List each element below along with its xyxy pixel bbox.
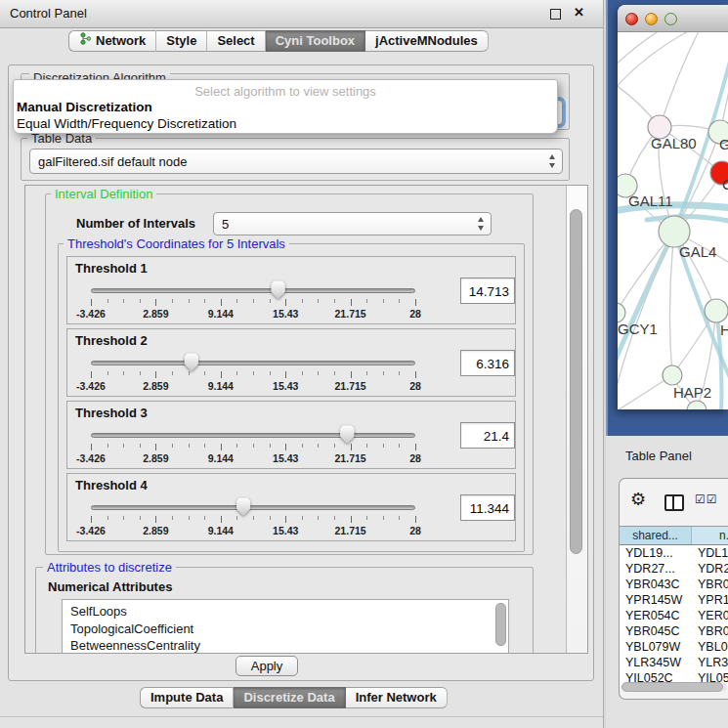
network-node-hap2[interactable] — [663, 365, 682, 385]
cell-shared-name: YDL19... — [625, 545, 673, 561]
combo-stepper-icon — [547, 153, 558, 169]
window-title: Control Panel — [10, 6, 87, 21]
slider-thumb[interactable] — [340, 425, 355, 444]
threshold-label: Threshold 1 — [75, 261, 148, 276]
slider-tick-label: 28 — [409, 525, 421, 536]
threshold-slider[interactable]: -3.4262.8599.14415.4321.71528 — [91, 282, 415, 321]
table-row[interactable]: YDR27...YDR27... — [620, 561, 728, 577]
settings-gear-icon[interactable]: ⚙ — [630, 491, 646, 508]
close-icon[interactable]: ✕ — [574, 5, 584, 20]
list-item[interactable]: BetweennessCentrality — [63, 637, 508, 654]
network-node-label: GAL11 — [628, 193, 673, 209]
slider-thumb[interactable] — [184, 353, 198, 371]
network-desktop-background: GAL80GCGAL11GAL4GCY1HHAP2 — [606, 0, 728, 436]
column-header-shared-name[interactable]: shared... — [620, 527, 692, 544]
table-header: shared... n... — [620, 526, 728, 545]
network-node-label: C — [722, 176, 728, 193]
number-of-intervals-combobox[interactable]: 5 — [213, 212, 492, 236]
network-node-label: GCY1 — [618, 321, 658, 337]
threshold-slider[interactable]: -3.4262.8599.14415.4321.71528 — [91, 499, 415, 538]
list-item[interactable]: SelfLoops — [63, 603, 508, 621]
tab-label: Infer Network — [356, 688, 437, 707]
minimize-traffic-light-icon[interactable] — [645, 13, 658, 25]
threshold-value-field[interactable]: 21.4 — [460, 422, 515, 449]
tab-impute-data[interactable]: Impute Data — [140, 687, 234, 708]
table-row[interactable]: YER054CYER054C — [620, 608, 728, 623]
select-columns-icon[interactable] — [664, 494, 684, 511]
control-panel-window: Control Panel ✕ NetworkStyleSelectCyni T… — [0, 0, 604, 728]
cell-shared-name: YDR27... — [625, 561, 675, 577]
threshold-value-field[interactable]: 6.316 — [460, 350, 515, 376]
network-node-gcy1[interactable] — [618, 303, 625, 322]
bottom-tab-bar: Impute DataDiscretize DataInfer Network — [140, 687, 448, 708]
settings-scrollbar[interactable] — [566, 186, 587, 653]
slider-tick-label: -3.426 — [76, 452, 106, 464]
table-rows: YDL19...YDL19...YDR27...YDR27...YBR043CY… — [620, 545, 728, 686]
slider-tick-label: 9.144 — [208, 452, 234, 464]
threshold-panel: Threshold 2-3.4262.8599.14415.4321.71528… — [66, 328, 516, 397]
screen: Control Panel ✕ NetworkStyleSelectCyni T… — [0, 0, 728, 728]
table-data-selected-value: galFiltered.sif default node — [38, 154, 187, 169]
network-canvas[interactable]: GAL80GCGAL11GAL4GCY1HHAP2 — [618, 32, 728, 409]
slider-tick-label: 2.859 — [143, 525, 168, 536]
algorithm-option-manual-discretization[interactable]: Manual Discretization — [14, 99, 557, 115]
column-header-name[interactable]: n... — [692, 527, 728, 544]
table-row[interactable]: YPR145WYPR145W — [620, 592, 728, 608]
threshold-slider[interactable]: -3.4262.8599.14415.4321.71528 — [91, 355, 415, 394]
algorithm-option-equal-width-frequency-discretization[interactable]: Equal Width/Frequency Discretization — [14, 115, 557, 132]
threshold-value-field[interactable]: 14.713 — [460, 278, 515, 304]
combo-stepper-icon — [476, 216, 487, 232]
table-row[interactable]: YDL19...YDL19... — [620, 545, 728, 561]
algorithm-dropdown-prompt: Select algorithm to view settings — [14, 80, 557, 99]
slider-tick-label: -3.426 — [76, 380, 106, 392]
show-columns-checkboxes-icon[interactable]: ☑☑ — [695, 492, 718, 506]
thresholds-group-title: Threshold's Coordinates for 5 Intervals — [64, 236, 289, 251]
close-traffic-light-icon[interactable] — [625, 13, 638, 25]
table-horizontal-scrollbar-thumb[interactable] — [621, 682, 723, 692]
cell-name: YPR145W — [698, 592, 728, 608]
network-window-titlebar[interactable] — [618, 5, 728, 32]
tab-jactivemnodules[interactable]: jActiveMNodules — [365, 30, 489, 52]
tab-infer-network[interactable]: Infer Network — [346, 687, 448, 708]
network-edge — [669, 232, 674, 375]
slider-tick-label: 9.144 — [208, 380, 234, 392]
threshold-value-field[interactable]: 11.344 — [460, 494, 515, 521]
table-panel-title: Table Panel — [625, 449, 692, 463]
zoom-traffic-light-icon[interactable] — [664, 13, 677, 25]
slider-tick-label: 15.43 — [273, 452, 298, 464]
slider-tick-label: 21.715 — [335, 380, 366, 392]
table-data-group: Table Data galFiltered.sif default node — [21, 138, 570, 181]
network-node-label: G — [719, 136, 728, 152]
settings-scrollbar-thumb[interactable] — [570, 209, 582, 554]
tab-style[interactable]: Style — [156, 30, 207, 52]
tab-network[interactable]: Network — [68, 30, 156, 52]
table-horizontal-scrollbar[interactable] — [621, 682, 727, 692]
cell-name: YBR043C — [698, 577, 728, 592]
table-row[interactable]: YLR345WYLR345W — [620, 655, 728, 670]
slider-tick-label: 15.43 — [273, 308, 298, 320]
attributes-group: Attributes to discretize Numerical Attri… — [35, 567, 534, 654]
top-tab-bar: NetworkStyleSelectCyni ToolboxjActiveMNo… — [68, 30, 489, 52]
apply-button[interactable]: Apply — [236, 656, 298, 676]
network-node-h[interactable] — [705, 299, 728, 322]
table-row[interactable]: YBR043CYBR043C — [620, 577, 728, 592]
slider-thumb[interactable] — [236, 497, 251, 516]
cell-shared-name: YBR045C — [625, 623, 680, 639]
list-item[interactable]: TopologicalCoefficient — [63, 621, 508, 638]
threshold-slider[interactable]: -3.4262.8599.14415.4321.71528 — [91, 427, 415, 466]
table-row[interactable]: YBR045CYBR045C — [620, 623, 728, 639]
table-row[interactable]: YBL079WYBL079W — [620, 639, 728, 655]
list-scrollbar[interactable] — [495, 603, 506, 646]
numerical-attributes-list[interactable]: SelfLoopsTopologicalCoefficientBetweenne… — [62, 599, 509, 654]
tab-cyni-toolbox[interactable]: Cyni Toolbox — [266, 30, 365, 52]
slider-tick-label: 2.859 — [143, 452, 168, 464]
threshold-panel: Threshold 4-3.4262.8599.14415.4321.71528… — [66, 473, 516, 541]
slider-thumb[interactable] — [271, 280, 285, 299]
tab-discretize-data[interactable]: Discretize Data — [234, 687, 345, 708]
float-window-icon[interactable] — [550, 9, 561, 20]
tab-select[interactable]: Select — [207, 30, 265, 52]
table-data-combobox[interactable]: galFiltered.sif default node — [29, 149, 563, 174]
threshold-label: Threshold 3 — [75, 406, 148, 420]
table-panel: ⚙ ☑☑ shared... n... YDL19...YDL19...YDR2… — [619, 478, 728, 700]
slider-tick-label: 21.715 — [335, 452, 366, 464]
